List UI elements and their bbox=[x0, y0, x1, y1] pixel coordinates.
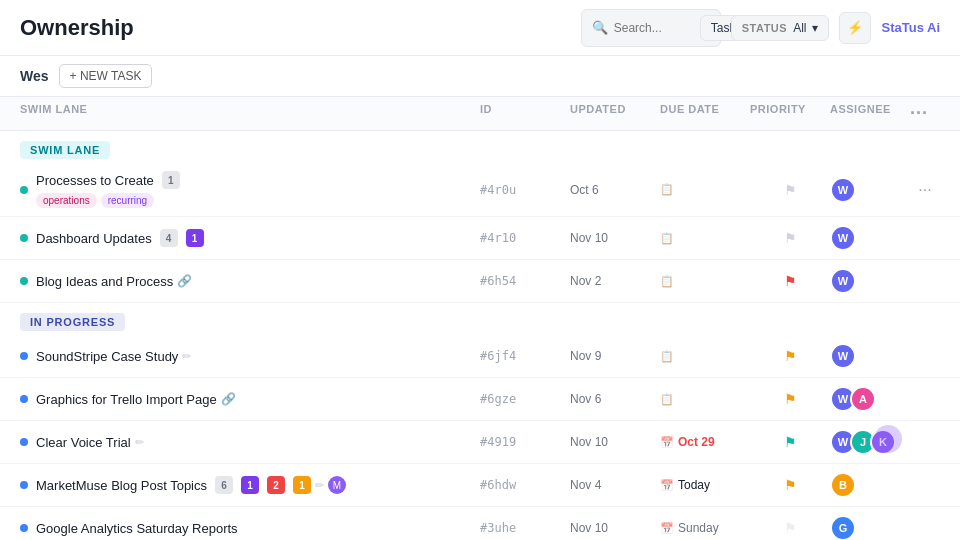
user-label: Wes bbox=[20, 68, 49, 84]
priority-flag: ⚑ bbox=[784, 434, 797, 450]
col-id: ID bbox=[480, 103, 570, 124]
table-row: Dashboard Updates 4 1 #4r10 Nov 10 📋 ⚑ W… bbox=[0, 217, 960, 260]
updated-date: Nov 4 bbox=[570, 478, 660, 492]
edit-icon[interactable]: ✏ bbox=[315, 479, 324, 492]
table-row: Graphics for Trello Import Page 🔗 #6gze … bbox=[0, 378, 960, 421]
updated-date: Nov 2 bbox=[570, 274, 660, 288]
priority-flag: ⚑ bbox=[784, 477, 797, 493]
col-updated: UPDATED bbox=[570, 103, 660, 124]
assignee-cell: B bbox=[830, 472, 910, 498]
avatar: B bbox=[830, 472, 856, 498]
avatar: W bbox=[830, 343, 856, 369]
updated-date: Nov 10 bbox=[570, 521, 660, 535]
status-dot bbox=[20, 277, 28, 285]
table-row: SoundStripe Case Study ✏ #6jf4 Nov 9 📋 ⚑… bbox=[0, 335, 960, 378]
table-header: SWIM LANE ID UPDATED DUE DATE PRIORITY A… bbox=[0, 97, 960, 131]
priority-cell: ⚑ bbox=[750, 520, 830, 536]
task-id: #6hdw bbox=[480, 478, 570, 492]
filter-icon: ⚡ bbox=[847, 20, 863, 35]
status-dot bbox=[20, 438, 28, 446]
tag-operations: operations bbox=[36, 193, 97, 208]
avatar: K bbox=[870, 429, 896, 455]
task-badge-purple: 1 bbox=[241, 476, 259, 494]
task-name[interactable]: Graphics for Trello Import Page bbox=[36, 392, 217, 407]
table-row: Processes to Create 1 operations recurri… bbox=[0, 163, 960, 217]
table-row: Clear Voice Trial ✏ #4919 Nov 10 📅 Oct 2… bbox=[0, 421, 960, 464]
due-date: 📋 bbox=[660, 275, 750, 288]
status-dot bbox=[20, 395, 28, 403]
more-options-icon[interactable]: ··· bbox=[910, 103, 928, 123]
priority-flag: ⚑ bbox=[784, 182, 797, 198]
task-id: #6gze bbox=[480, 392, 570, 406]
search-box[interactable]: 🔍 Tasks ▾ bbox=[581, 9, 721, 47]
avatar: W bbox=[830, 225, 856, 251]
priority-cell: ⚑ bbox=[750, 182, 830, 198]
task-name[interactable]: Processes to Create bbox=[36, 173, 154, 188]
row-more-button[interactable]: ··· bbox=[910, 181, 940, 199]
due-date: 📅 Oct 29 bbox=[660, 435, 750, 449]
due-date-text: Today bbox=[678, 478, 710, 492]
calendar-icon: 📅 bbox=[660, 522, 674, 535]
calendar-icon: 📋 bbox=[660, 275, 674, 288]
task-badge: 6 bbox=[215, 476, 233, 494]
due-date: 📅 Today bbox=[660, 478, 750, 492]
edit-icon[interactable]: ✏ bbox=[182, 350, 191, 363]
due-date: 📅 Sunday bbox=[660, 521, 750, 535]
edit-icon[interactable]: ✏ bbox=[135, 436, 144, 449]
filter-button[interactable]: ⚡ bbox=[839, 12, 871, 44]
search-icon: 🔍 bbox=[592, 20, 608, 35]
new-task-button[interactable]: + NEW TASK bbox=[59, 64, 153, 88]
search-input[interactable] bbox=[614, 21, 694, 35]
priority-flag: ⚑ bbox=[784, 348, 797, 364]
updated-date: Nov 6 bbox=[570, 392, 660, 406]
status-filter[interactable]: STATUS All ▾ bbox=[731, 15, 830, 41]
calendar-icon: 📋 bbox=[660, 393, 674, 406]
task-badge: 4 bbox=[160, 229, 178, 247]
task-name[interactable]: MarketMuse Blog Post Topics bbox=[36, 478, 207, 493]
tag-recurring: recurring bbox=[101, 193, 154, 208]
task-badge: 1 bbox=[162, 171, 180, 189]
task-id: #3uhe bbox=[480, 521, 570, 535]
due-date: 📋 bbox=[660, 350, 750, 363]
task-name[interactable]: Blog Ideas and Process bbox=[36, 274, 173, 289]
task-name[interactable]: Google Analytics Saturday Reports bbox=[36, 521, 238, 536]
col-swimlane: SWIM LANE bbox=[20, 103, 480, 124]
updated-date: Nov 9 bbox=[570, 349, 660, 363]
calendar-icon: 📋 bbox=[660, 183, 674, 196]
task-name[interactable]: Clear Voice Trial bbox=[36, 435, 131, 450]
calendar-icon: 📋 bbox=[660, 350, 674, 363]
priority-cell: ⚑ bbox=[750, 273, 830, 289]
col-priority: PRIORITY bbox=[750, 103, 830, 124]
status-dot bbox=[20, 186, 28, 194]
avatar: W bbox=[830, 268, 856, 294]
priority-cell: ⚑ bbox=[750, 348, 830, 364]
calendar-icon: 📋 bbox=[660, 232, 674, 245]
updated-date: Nov 10 bbox=[570, 231, 660, 245]
task-id: #4r10 bbox=[480, 231, 570, 245]
section-in-progress: IN PROGRESS bbox=[20, 313, 125, 331]
calendar-icon: 📅 bbox=[660, 436, 674, 449]
page-title: Ownership bbox=[20, 15, 134, 41]
priority-flag: ⚑ bbox=[784, 391, 797, 407]
avatar: A bbox=[850, 386, 876, 412]
updated-date: Oct 6 bbox=[570, 183, 660, 197]
assignee-cell: W bbox=[830, 177, 910, 203]
task-badge-purple: 1 bbox=[186, 229, 204, 247]
task-id: #6h54 bbox=[480, 274, 570, 288]
task-id: #4919 bbox=[480, 435, 570, 449]
assignee-cell: W bbox=[830, 268, 910, 294]
col-assignee: ASSIGNEE bbox=[830, 103, 910, 124]
updated-date: Nov 10 bbox=[570, 435, 660, 449]
table-row: MarketMuse Blog Post Topics 6 1 2 1 ✏ M … bbox=[0, 464, 960, 507]
priority-cell: ⚑ bbox=[750, 477, 830, 493]
task-name[interactable]: SoundStripe Case Study bbox=[36, 349, 178, 364]
assignee-cell: G bbox=[830, 515, 910, 540]
task-name[interactable]: Dashboard Updates bbox=[36, 231, 152, 246]
assignee-cell: W bbox=[830, 225, 910, 251]
due-date: 📋 bbox=[660, 232, 750, 245]
link-icon: 🔗 bbox=[177, 274, 192, 288]
table-row: Blog Ideas and Process 🔗 #6h54 Nov 2 📋 ⚑… bbox=[0, 260, 960, 303]
status-dot bbox=[20, 524, 28, 532]
section-swim-lane: SWIM LANE bbox=[20, 141, 110, 159]
col-due: DUE DATE bbox=[660, 103, 750, 124]
